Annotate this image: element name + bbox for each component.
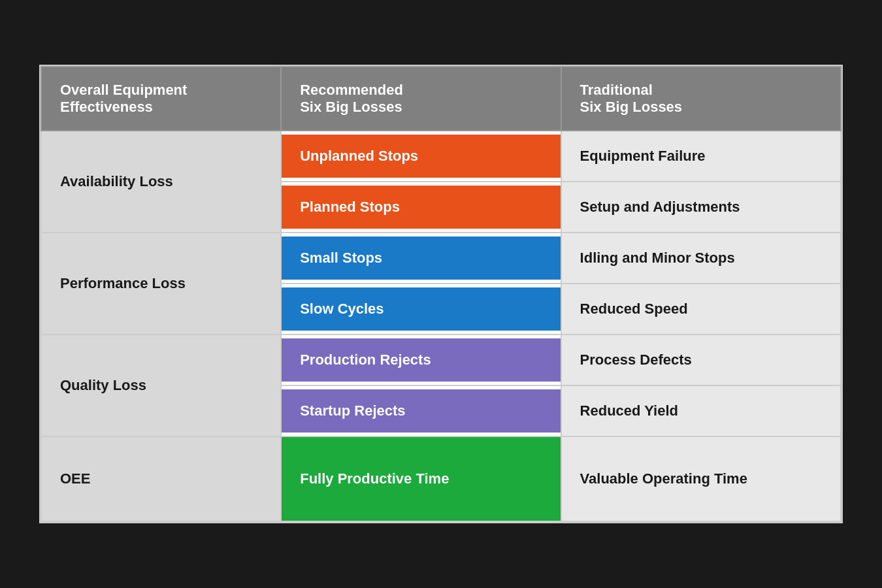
performance-row-1: Performance Loss Small Stops Idling and … — [41, 233, 841, 284]
small-stops-cell: Small Stops — [281, 233, 561, 284]
fully-productive-time-label: Fully Productive Time — [282, 437, 560, 521]
slow-cycles-label: Slow Cycles — [282, 287, 560, 331]
startup-rejects-label: Startup Rejects — [282, 389, 560, 433]
planned-stops-label: Planned Stops — [282, 186, 560, 229]
main-table-container: Overall EquipmentEffectiveness Recommend… — [39, 65, 843, 523]
quality-row-1: Quality Loss Production Rejects Process … — [41, 335, 841, 385]
valuable-operating-time-label: Valuable Operating Time — [561, 436, 841, 521]
unplanned-stops-label: Unplanned Stops — [282, 135, 560, 178]
production-rejects-label: Production Rejects — [282, 338, 560, 382]
small-stops-label: Small Stops — [282, 237, 560, 280]
planned-stops-cell: Planned Stops — [281, 182, 561, 233]
idling-minor-stops-label: Idling and Minor Stops — [561, 233, 841, 284]
process-defects-label: Process Defects — [561, 335, 841, 385]
performance-label: Performance Loss — [41, 233, 281, 335]
header-col2: RecommendedSix Big Losses — [281, 67, 561, 131]
six-big-losses-table: Overall EquipmentEffectiveness Recommend… — [41, 66, 841, 522]
equipment-failure-label: Equipment Failure — [561, 131, 841, 182]
quality-label: Quality Loss — [41, 335, 281, 436]
setup-adjustments-label: Setup and Adjustments — [561, 182, 841, 233]
fully-productive-time-cell: Fully Productive Time — [281, 436, 561, 521]
unplanned-stops-cell: Unplanned Stops — [281, 131, 561, 182]
oee-row: OEE Fully Productive Time Valuable Opera… — [41, 436, 841, 521]
slow-cycles-cell: Slow Cycles — [281, 284, 561, 335]
header-col3: TraditionalSix Big Losses — [561, 67, 841, 131]
header-col1: Overall EquipmentEffectiveness — [41, 67, 281, 131]
startup-rejects-cell: Startup Rejects — [281, 385, 561, 436]
availability-row-1: Availability Loss Unplanned Stops Equipm… — [41, 131, 841, 182]
availability-label: Availability Loss — [41, 131, 281, 233]
oee-label: OEE — [41, 436, 281, 521]
reduced-speed-label: Reduced Speed — [561, 284, 841, 335]
reduced-yield-label: Reduced Yield — [561, 385, 841, 436]
production-rejects-cell: Production Rejects — [281, 335, 561, 385]
